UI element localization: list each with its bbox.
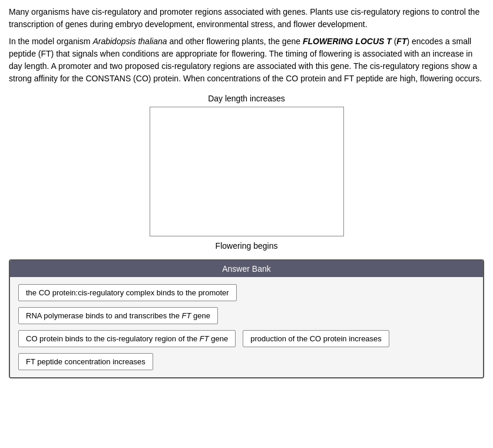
answer-item-2-after: gene [191,311,210,320]
answer-item-2-italic: FT [181,311,191,320]
answer-row-3: CO protein binds to the cis-regulatory r… [18,330,475,347]
answer-item-5[interactable]: FT peptide concentration increases [18,353,153,370]
p2-species-name: Arabidopsis thaliana [92,37,167,46]
diagram-box[interactable] [150,107,344,236]
answer-row-4: FT peptide concentration increases [18,353,475,370]
answer-item-3-after: gene [209,334,229,343]
answer-item-1-text: the CO protein:cis-regulatory complex bi… [26,288,229,297]
answer-item-3-before: CO protein binds to the cis-regulatory r… [26,334,200,343]
paragraph-1: Many organisms have cis-regulatory and p… [9,6,484,31]
intro-section: Many organisms have cis-regulatory and p… [9,6,484,85]
answer-item-5-text: FT peptide concentration increases [26,357,145,366]
p2-gene-full: FLOWERING LOCUS T [303,37,392,46]
answer-item-4[interactable]: production of the CO protein increases [243,330,389,347]
diagram-label-top: Day length increases [208,94,285,103]
answer-row-2: RNA polymerase binds to and transcribes … [18,307,475,324]
answer-bank-body: the CO protein:cis-regulatory complex bi… [10,277,483,377]
diagram-area: Day length increases Flowering begins [9,94,484,251]
paragraph-2: In the model organism Arabidopsis thalia… [9,35,484,85]
answer-item-3-italic: FT [200,334,209,343]
answer-item-3[interactable]: CO protein binds to the cis-regulatory r… [18,330,236,347]
answer-item-2-before: RNA polymerase binds to and transcribes … [26,311,181,320]
answer-item-1[interactable]: the CO protein:cis-regulatory complex bi… [18,284,237,301]
answer-row-1: the CO protein:cis-regulatory complex bi… [18,284,475,301]
p2-before-italics: In the model organism [9,37,92,46]
answer-bank-container: Answer Bank the CO protein:cis-regulator… [9,259,484,378]
p2-gene-abbrev: FT [396,37,406,46]
p2-after-italics: and other flowering plants, the gene [167,37,303,46]
answer-item-4-text: production of the CO protein increases [250,334,382,343]
diagram-label-bottom: Flowering begins [216,241,278,251]
answer-item-2[interactable]: RNA polymerase binds to and transcribes … [18,307,218,324]
answer-bank-header: Answer Bank [10,261,483,277]
